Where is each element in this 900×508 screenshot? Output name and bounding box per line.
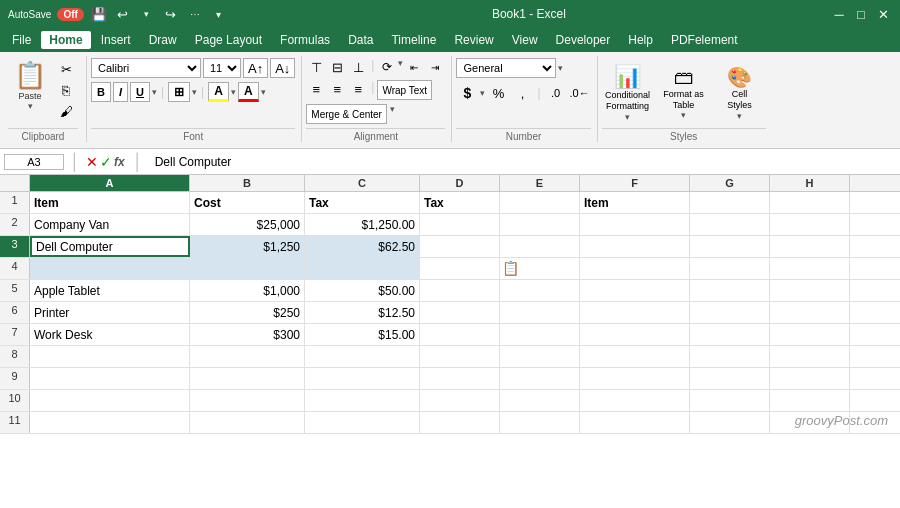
menu-draw[interactable]: Draw bbox=[141, 31, 185, 49]
cell-g2[interactable] bbox=[690, 214, 770, 235]
cell-d7[interactable] bbox=[420, 324, 500, 345]
row-num-11[interactable]: 11 bbox=[0, 412, 30, 433]
cell-a1[interactable]: Item bbox=[30, 192, 190, 213]
menu-home[interactable]: Home bbox=[41, 31, 90, 49]
wrap-text-button[interactable]: Wrap Text bbox=[377, 80, 432, 100]
save-icon[interactable]: 💾 bbox=[90, 5, 108, 23]
cell-b2[interactable]: $25,000 bbox=[190, 214, 305, 235]
cell-a9[interactable] bbox=[30, 368, 190, 389]
cell-e11[interactable] bbox=[500, 412, 580, 433]
decrease-decimal-button[interactable]: .0← bbox=[569, 84, 591, 102]
cell-b11[interactable] bbox=[190, 412, 305, 433]
cell-d8[interactable] bbox=[420, 346, 500, 367]
paste-dropdown-arrow[interactable]: ▾ bbox=[28, 101, 33, 111]
cell-h9[interactable] bbox=[770, 368, 850, 389]
cell-a8[interactable] bbox=[30, 346, 190, 367]
orientation-button[interactable]: ⟳ bbox=[377, 58, 397, 76]
menu-insert[interactable]: Insert bbox=[93, 31, 139, 49]
cell-d3[interactable] bbox=[420, 236, 500, 257]
underline-button[interactable]: U bbox=[130, 82, 150, 102]
bold-button[interactable]: B bbox=[91, 82, 111, 102]
cell-c1[interactable]: Tax bbox=[305, 192, 420, 213]
undo-dropdown-icon[interactable]: ▾ bbox=[138, 5, 156, 23]
cell-h3[interactable] bbox=[770, 236, 850, 257]
comma-button[interactable]: , bbox=[511, 84, 533, 102]
cell-c5[interactable]: $50.00 bbox=[305, 280, 420, 301]
dollar-dropdown[interactable]: ▾ bbox=[480, 88, 485, 98]
cell-f7[interactable] bbox=[580, 324, 690, 345]
cell-c10[interactable] bbox=[305, 390, 420, 411]
cell-f3[interactable] bbox=[580, 236, 690, 257]
font-size-select[interactable]: 11 bbox=[203, 58, 241, 78]
indent-increase-button[interactable]: ⇥ bbox=[425, 58, 445, 76]
cut-button[interactable]: ✂ bbox=[54, 60, 78, 79]
increase-decimal-button[interactable]: .0 bbox=[545, 84, 567, 102]
cell-h6[interactable] bbox=[770, 302, 850, 323]
row-num-5[interactable]: 5 bbox=[0, 280, 30, 301]
cell-f5[interactable] bbox=[580, 280, 690, 301]
cell-d5[interactable] bbox=[420, 280, 500, 301]
cell-e1[interactable] bbox=[500, 192, 580, 213]
menu-page-layout[interactable]: Page Layout bbox=[187, 31, 270, 49]
cell-reference-input[interactable]: A3 bbox=[4, 154, 64, 170]
row-num-2[interactable]: 2 bbox=[0, 214, 30, 235]
cell-f6[interactable] bbox=[580, 302, 690, 323]
cell-g11[interactable] bbox=[690, 412, 770, 433]
cell-f4[interactable] bbox=[580, 258, 690, 279]
cell-b7[interactable]: $300 bbox=[190, 324, 305, 345]
col-header-f[interactable]: F bbox=[580, 175, 690, 191]
formula-input[interactable] bbox=[151, 155, 896, 169]
align-center-button[interactable]: ≡ bbox=[327, 80, 347, 98]
insert-function-icon[interactable]: fx bbox=[114, 155, 125, 169]
menu-pdfelement[interactable]: PDFelement bbox=[663, 31, 746, 49]
cell-b9[interactable] bbox=[190, 368, 305, 389]
cell-e10[interactable] bbox=[500, 390, 580, 411]
menu-formulas[interactable]: Formulas bbox=[272, 31, 338, 49]
undo-icon[interactable]: ↩ bbox=[114, 5, 132, 23]
cell-c11[interactable] bbox=[305, 412, 420, 433]
paste-button[interactable]: 📋 Paste ▾ bbox=[8, 56, 52, 115]
cell-b5[interactable]: $1,000 bbox=[190, 280, 305, 301]
cell-a10[interactable] bbox=[30, 390, 190, 411]
cell-e4[interactable]: 📋 bbox=[500, 258, 580, 279]
cell-d9[interactable] bbox=[420, 368, 500, 389]
border-dropdown[interactable]: ▾ bbox=[192, 87, 197, 97]
cell-b10[interactable] bbox=[190, 390, 305, 411]
cell-g10[interactable] bbox=[690, 390, 770, 411]
cell-a4[interactable] bbox=[30, 258, 190, 279]
row-num-9[interactable]: 9 bbox=[0, 368, 30, 389]
col-header-h[interactable]: H bbox=[770, 175, 850, 191]
merge-dropdown[interactable]: ▾ bbox=[390, 104, 395, 124]
cell-h4[interactable] bbox=[770, 258, 850, 279]
cell-g7[interactable] bbox=[690, 324, 770, 345]
col-header-g[interactable]: G bbox=[690, 175, 770, 191]
conditional-formatting-button[interactable]: 📊 ConditionalFormatting ▾ bbox=[602, 62, 654, 124]
align-middle-button[interactable]: ⊟ bbox=[327, 58, 347, 76]
cell-a7[interactable]: Work Desk bbox=[30, 324, 190, 345]
conditional-formatting-dropdown[interactable]: ▾ bbox=[625, 112, 630, 122]
cell-styles-dropdown[interactable]: ▾ bbox=[737, 111, 742, 121]
cell-h8[interactable] bbox=[770, 346, 850, 367]
row-num-8[interactable]: 8 bbox=[0, 346, 30, 367]
cell-e6[interactable] bbox=[500, 302, 580, 323]
underline-dropdown[interactable]: ▾ bbox=[152, 87, 157, 97]
fill-color-button[interactable]: A bbox=[208, 82, 229, 102]
cell-e7[interactable] bbox=[500, 324, 580, 345]
cell-a5[interactable]: Apple Tablet bbox=[30, 280, 190, 301]
cell-h5[interactable] bbox=[770, 280, 850, 301]
cell-c8[interactable] bbox=[305, 346, 420, 367]
cell-styles-button[interactable]: 🎨 CellStyles ▾ bbox=[714, 63, 766, 123]
toolbar-more-icon[interactable]: ⋯ bbox=[186, 5, 204, 23]
font-color-dropdown[interactable]: ▾ bbox=[261, 87, 266, 97]
cell-d11[interactable] bbox=[420, 412, 500, 433]
cell-g9[interactable] bbox=[690, 368, 770, 389]
orientation-dropdown[interactable]: ▾ bbox=[398, 58, 403, 76]
cell-g5[interactable] bbox=[690, 280, 770, 301]
cell-c2[interactable]: $1,250.00 bbox=[305, 214, 420, 235]
number-format-select[interactable]: General bbox=[456, 58, 556, 78]
col-header-b[interactable]: B bbox=[190, 175, 305, 191]
cell-c6[interactable]: $12.50 bbox=[305, 302, 420, 323]
row-num-10[interactable]: 10 bbox=[0, 390, 30, 411]
fill-dropdown[interactable]: ▾ bbox=[231, 87, 236, 97]
cell-d4[interactable] bbox=[420, 258, 500, 279]
